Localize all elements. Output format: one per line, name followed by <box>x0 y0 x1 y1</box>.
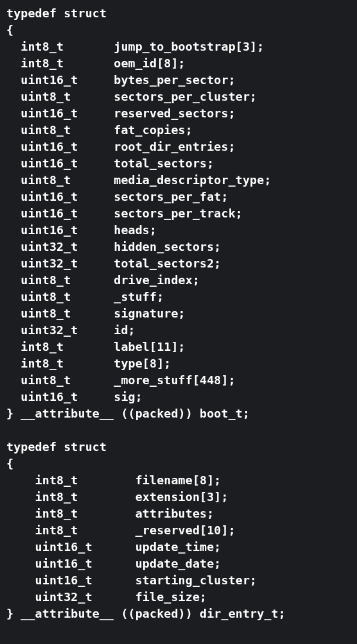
code-content: typedef struct { int8_t jump_to_bootstra… <box>6 6 286 620</box>
code-block: typedef struct { int8_t jump_to_bootstra… <box>0 0 357 627</box>
